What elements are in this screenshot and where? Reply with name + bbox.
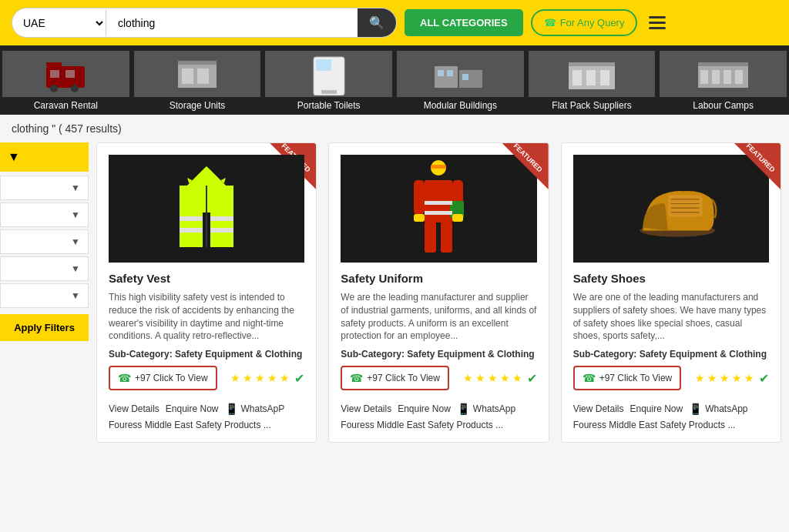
svg-rect-14 bbox=[435, 66, 458, 88]
results-count: ( 457 results) bbox=[59, 122, 122, 135]
svg-rect-18 bbox=[462, 74, 468, 80]
whatsapp-label-2: WhatsApp bbox=[473, 403, 515, 414]
view-details-link-3[interactable]: View Details bbox=[573, 403, 624, 414]
svg-rect-22 bbox=[586, 70, 596, 85]
phone-button-3[interactable]: ☎ +97 Click To View bbox=[573, 366, 682, 390]
search-input[interactable] bbox=[106, 11, 358, 35]
whatsapp-btn-1[interactable]: 📱 WhatsApP bbox=[225, 403, 285, 415]
product-desc-2: We are the leading manufacturer and supp… bbox=[341, 291, 536, 343]
svg-rect-44 bbox=[441, 222, 452, 253]
category-img-flatpack bbox=[529, 51, 656, 97]
whatsapp-icon-2: 📱 bbox=[457, 403, 470, 415]
category-img-portable bbox=[265, 51, 392, 97]
country-select[interactable]: UAE Saudi Arabia Kuwait bbox=[12, 10, 106, 36]
category-item-caravan[interactable]: Caravan Rental bbox=[0, 47, 132, 115]
svg-rect-48 bbox=[414, 214, 425, 222]
phone-label-1: +97 Click To View bbox=[135, 373, 208, 383]
view-details-link-2[interactable]: View Details bbox=[341, 403, 391, 414]
phone-button-1[interactable]: ☎ +97 Click To View bbox=[109, 366, 217, 390]
svg-rect-9 bbox=[197, 69, 209, 84]
action-row-3: View Details Enquire Now 📱 WhatsApp bbox=[573, 403, 769, 415]
svg-rect-51 bbox=[668, 195, 703, 216]
enquire-link-1[interactable]: Enquire Now bbox=[166, 403, 219, 414]
svg-point-3 bbox=[71, 85, 79, 92]
svg-rect-20 bbox=[569, 62, 615, 66]
chevron-down-icon-5: ▼ bbox=[71, 290, 80, 301]
svg-rect-13 bbox=[321, 90, 337, 94]
enquire-link-3[interactable]: Enquire Now bbox=[630, 403, 683, 414]
view-details-link-1[interactable]: View Details bbox=[109, 403, 159, 414]
sidebar-filter-icon: ▼ bbox=[8, 150, 20, 164]
phone-label-3: +97 Click To View bbox=[599, 373, 673, 383]
star-3-1: ★ bbox=[695, 372, 705, 384]
phone-icon-1: ☎ bbox=[118, 372, 131, 384]
product-image-2 bbox=[341, 155, 536, 263]
main-layout: ▼ ▼ ▼ ▼ ▼ ▼ Apply Filters FEATURED bbox=[0, 142, 789, 458]
company-name-3: Fouress Middle East Safety Products ... bbox=[573, 420, 769, 430]
whatsapp-icon-1: 📱 bbox=[225, 403, 238, 415]
product-image-3 bbox=[573, 155, 769, 263]
search-container: UAE Saudi Arabia Kuwait 🔍 bbox=[12, 8, 397, 38]
category-label-portable: Portable Toilets bbox=[265, 100, 392, 111]
star-3-4: ★ bbox=[732, 372, 742, 384]
sidebar-main-filter[interactable]: ▼ bbox=[0, 142, 89, 172]
whatsapp-btn-3[interactable]: 📱 WhatsApp bbox=[689, 403, 747, 415]
svg-rect-43 bbox=[425, 222, 436, 253]
sidebar-filter-5[interactable]: ▼ bbox=[0, 283, 89, 308]
all-categories-button[interactable]: ALL CATEGORIES bbox=[405, 9, 523, 36]
svg-rect-26 bbox=[700, 70, 708, 84]
enquire-link-2[interactable]: Enquire Now bbox=[398, 403, 451, 414]
category-item-portable[interactable]: Portable Toilets bbox=[263, 47, 394, 115]
star-1: ★ bbox=[230, 372, 240, 384]
product-desc-3: We are one of the leading manufacturers … bbox=[573, 291, 769, 343]
sidebar-filter-4[interactable]: ▼ bbox=[0, 256, 89, 281]
sidebar-filter-1[interactable]: ▼ bbox=[0, 176, 89, 200]
category-img-labour bbox=[660, 51, 787, 97]
category-item-labour[interactable]: Labour Camps bbox=[657, 47, 789, 115]
svg-rect-36 bbox=[210, 228, 233, 233]
whatsapp-btn-2[interactable]: 📱 WhatsApp bbox=[457, 403, 515, 415]
category-items-row: Caravan Rental Storage Units bbox=[0, 47, 789, 115]
search-query-label: clothing " bbox=[12, 122, 59, 135]
svg-rect-27 bbox=[712, 70, 720, 84]
svg-rect-39 bbox=[431, 165, 446, 169]
svg-rect-33 bbox=[180, 216, 203, 221]
products-area: FEATURED bbox=[89, 142, 789, 443]
verified-icon-3: ✔ bbox=[759, 371, 769, 386]
category-item-modular[interactable]: Modular Buildings bbox=[394, 47, 526, 115]
svg-rect-46 bbox=[425, 201, 452, 205]
uniform-svg bbox=[408, 159, 469, 259]
svg-rect-16 bbox=[438, 70, 444, 76]
hamburger-line1 bbox=[649, 16, 666, 18]
hamburger-line2 bbox=[649, 22, 666, 24]
company-name-2: Fouress Middle East Safety Products ... bbox=[341, 420, 536, 430]
apply-filters-button[interactable]: Apply Filters bbox=[0, 314, 89, 341]
sidebar-filter-2[interactable]: ▼ bbox=[0, 202, 89, 227]
search-button[interactable]: 🔍 bbox=[358, 8, 396, 37]
stars-row-2: ★ ★ ★ ★ ★ ✔ bbox=[463, 371, 537, 386]
product-card-3: FEATURED bbox=[561, 142, 781, 443]
phone-button-2[interactable]: ☎ +97 Click To View bbox=[341, 366, 449, 390]
sidebar-filter-3[interactable]: ▼ bbox=[0, 229, 89, 254]
star-4: ★ bbox=[267, 372, 277, 384]
for-query-button[interactable]: ☎ For Any Query bbox=[531, 9, 638, 36]
svg-rect-29 bbox=[735, 70, 743, 84]
chevron-down-icon-2: ▼ bbox=[71, 209, 80, 220]
star-2-1: ★ bbox=[463, 372, 473, 384]
action-row-2: View Details Enquire Now 📱 WhatsApp bbox=[341, 403, 536, 415]
sidebar: ▼ ▼ ▼ ▼ ▼ ▼ Apply Filters bbox=[0, 142, 89, 443]
svg-rect-12 bbox=[316, 59, 331, 71]
hamburger-menu-button[interactable] bbox=[645, 12, 670, 33]
category-item-storage[interactable]: Storage Units bbox=[132, 47, 264, 115]
category-item-flatpack[interactable]: Flat Pack Suppliers bbox=[526, 47, 658, 115]
hamburger-line3 bbox=[649, 27, 666, 29]
caravan-svg bbox=[42, 55, 89, 93]
star-3-2: ★ bbox=[707, 372, 717, 384]
svg-rect-5 bbox=[65, 70, 75, 78]
shoes-svg bbox=[621, 170, 721, 247]
product-image-1 bbox=[109, 155, 304, 263]
stars-row-3: ★ ★ ★ ★ ★ ✔ bbox=[695, 371, 769, 386]
category-banner: Caravan Rental Storage Units bbox=[0, 45, 789, 115]
star-2: ★ bbox=[243, 372, 253, 384]
phone-label-2: +97 Click To View bbox=[367, 373, 440, 383]
